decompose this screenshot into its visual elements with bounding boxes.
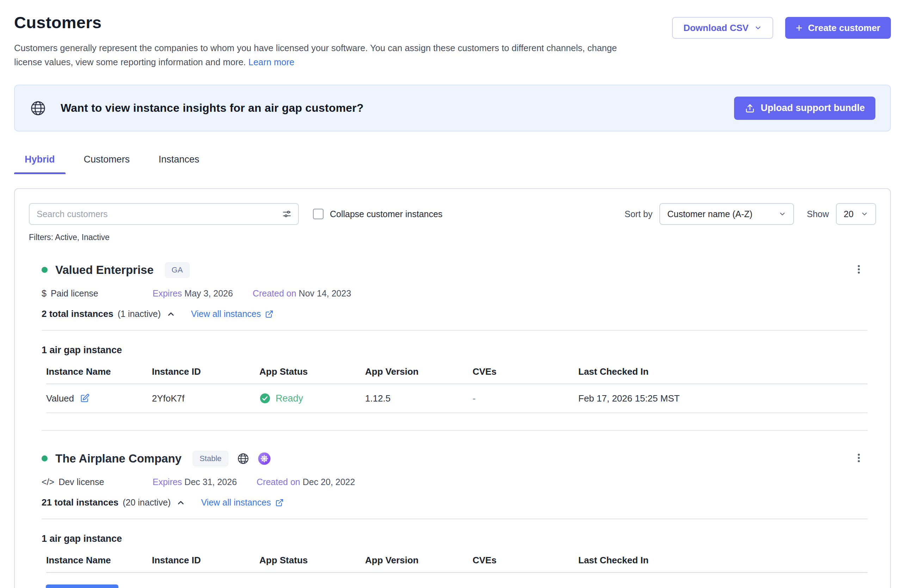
total-instances: 2 total instances: [41, 308, 113, 319]
plus-icon: +: [796, 22, 802, 33]
airgap-globe-icon: [30, 100, 46, 117]
inactive-instances-note: (20 inactive): [123, 497, 171, 508]
expires-date: Expires Dec 31, 2026: [152, 477, 237, 487]
col-instance-name: Instance Name: [46, 555, 152, 566]
created-date: Created on Nov 14, 2023: [253, 288, 351, 299]
license-type-label: Dev license: [59, 477, 104, 487]
customer-valued-enterprise: Valued Enterprise GA $ Paid license Expi…: [15, 261, 890, 413]
customer-menu-button[interactable]: [850, 261, 868, 279]
customer-name[interactable]: The Airplane Company: [56, 452, 181, 465]
show-select[interactable]: 20: [836, 203, 876, 225]
chevron-down-icon: [778, 210, 786, 218]
created-date: Created on Dec 20, 2022: [257, 477, 355, 487]
col-app-status: App Status: [259, 555, 365, 566]
view-all-instances-link[interactable]: View all instances: [201, 497, 283, 508]
instances-table: Instance Name Instance ID App Status App…: [46, 555, 868, 573]
instances-table: Instance Name Instance ID App Status App…: [46, 366, 868, 413]
show-value: 20: [844, 209, 854, 219]
sort-by-label: Sort by: [624, 209, 652, 219]
created-on-label: Created on: [253, 288, 296, 298]
license-type-label: Paid license: [51, 288, 98, 299]
col-instance-id: Instance ID: [152, 555, 259, 566]
chevron-down-icon: [754, 24, 762, 32]
page-header: Customers Customers generally represent …: [14, 13, 891, 69]
col-last-checked-in: Last Checked In: [578, 366, 868, 377]
license-type: </> Dev license: [41, 477, 152, 487]
upload-support-bundle-button[interactable]: Upload support bundle: [734, 97, 875, 120]
instance-name-cell: Valued: [46, 393, 152, 404]
edit-pencil-icon[interactable]: [79, 393, 89, 403]
helm-icon: [258, 452, 271, 465]
customer-the-airplane-company: The Airplane Company Stable: [15, 449, 890, 573]
customer-header: Valued Enterprise GA: [41, 261, 868, 279]
app-status-text: Ready: [276, 393, 303, 404]
tab-customers-label: Customers: [84, 154, 130, 165]
created-value: Nov 14, 2023: [299, 288, 351, 298]
customer-name[interactable]: Valued Enterprise: [56, 263, 154, 277]
instances-summary-row: 2 total instances (1 inactive) View all …: [41, 308, 868, 319]
chevron-down-icon: [861, 210, 868, 218]
tab-customers[interactable]: Customers: [73, 154, 141, 174]
col-instance-id: Instance ID: [152, 366, 259, 377]
view-all-instances-label: View all instances: [191, 309, 261, 319]
instance-row: Valued 2YfoK7f Ready 1.12.5 - Feb: [46, 384, 868, 413]
view-all-instances-label: View all instances: [201, 497, 271, 508]
instances-summary-row: 21 total instances (20 inactive) View al…: [41, 497, 868, 508]
learn-more-link[interactable]: Learn more: [248, 57, 294, 67]
active-status-dot: [41, 456, 48, 461]
airgap-instances-heading: 1 air gap instance: [41, 345, 868, 356]
tab-hybrid-label: Hybrid: [25, 154, 55, 165]
license-type: $ Paid license: [41, 288, 152, 299]
airgap-instances-heading: 1 air gap instance: [41, 533, 868, 544]
view-all-instances-link[interactable]: View all instances: [191, 309, 273, 319]
download-csv-button[interactable]: Download CSV: [672, 17, 773, 39]
collapse-chevron-up-icon[interactable]: [176, 498, 185, 507]
col-app-version: App Version: [365, 366, 473, 377]
create-customer-button[interactable]: + Create customer: [785, 17, 891, 39]
app-status-cell: Ready: [259, 393, 365, 404]
customers-page: Customers Customers generally represent …: [0, 0, 905, 588]
upload-support-bundle-label: Upload support bundle: [761, 103, 865, 113]
page-title: Customers: [14, 13, 634, 32]
inactive-instances-note: (1 inactive): [118, 309, 161, 319]
tab-instances[interactable]: Instances: [148, 154, 210, 174]
tab-hybrid[interactable]: Hybrid: [14, 154, 65, 174]
collapse-instances-label: Collapse customer instances: [330, 209, 443, 219]
search-box: [29, 203, 299, 225]
expires-label: Expires: [152, 477, 182, 487]
download-csv-label: Download CSV: [683, 22, 749, 33]
divider: [41, 518, 868, 519]
instances-table-header: Instance Name Instance ID App Status App…: [46, 366, 868, 384]
collapse-chevron-up-icon[interactable]: [166, 310, 176, 319]
collapse-instances-checkbox[interactable]: [313, 209, 324, 219]
expires-value: May 3, 2026: [184, 288, 233, 298]
customer-section-divider: [41, 430, 868, 431]
airgap-banner: Want to view instance insights for an ai…: [14, 84, 891, 132]
license-info-row: </> Dev license Expires Dec 31, 2026 Cre…: [41, 477, 868, 487]
customers-toolbar: Collapse customer instances Sort by Cust…: [15, 189, 890, 225]
sort-by-select[interactable]: Customer name (A-Z): [659, 203, 794, 225]
cves-cell: -: [473, 393, 578, 404]
page-description: Customers generally represent the compan…: [14, 41, 634, 69]
external-link-icon: [265, 310, 273, 318]
ready-check-icon: [259, 393, 271, 404]
app-version-cell: 1.12.5: [365, 393, 473, 404]
customer-header: The Airplane Company Stable: [41, 449, 868, 468]
external-link-icon: [275, 499, 284, 507]
search-input[interactable]: [37, 209, 282, 219]
col-app-version: App Version: [365, 555, 473, 566]
filter-sliders-icon[interactable]: [282, 209, 292, 219]
tab-instances-label: Instances: [159, 154, 200, 165]
col-instance-name: Instance Name: [46, 366, 152, 377]
license-info-row: $ Paid license Expires May 3, 2026 Creat…: [41, 288, 868, 299]
expires-date: Expires May 3, 2026: [152, 288, 233, 299]
active-filters-text: Filters: Active, Inactive: [15, 225, 890, 242]
last-checked-in-cell: Feb 17, 2026 15:25 MST: [578, 393, 868, 404]
total-instances: 21 total instances: [41, 497, 118, 508]
airgap-banner-title: Want to view instance insights for an ai…: [60, 102, 364, 114]
customer-menu-button[interactable]: [850, 449, 868, 468]
active-status-dot: [41, 267, 48, 273]
clipped-row-element: [46, 585, 118, 588]
page-header-text: Customers Customers generally represent …: [14, 13, 634, 69]
col-app-status: App Status: [259, 366, 365, 377]
